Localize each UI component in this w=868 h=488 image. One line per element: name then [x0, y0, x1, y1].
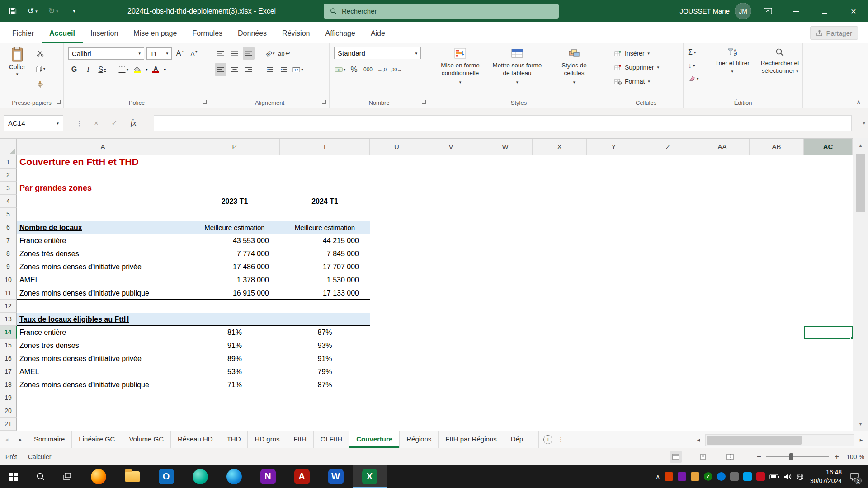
undo-button[interactable]: ↺▾	[24, 0, 42, 22]
ribbon-tab-revision[interactable]: Révision	[274, 23, 317, 43]
section-header-cell[interactable]: Nombre de locaux	[19, 221, 82, 234]
cell-value-2024[interactable]: 93%	[280, 339, 370, 352]
cell-label[interactable]: Zones très denses	[19, 339, 188, 352]
bold-button[interactable]: G	[68, 63, 80, 76]
cell-value-2023[interactable]: 71%	[189, 378, 280, 391]
cut-button[interactable]	[34, 47, 46, 60]
cell-value-2024[interactable]: 7 845 000	[280, 247, 359, 260]
find-select-button[interactable]: Rechercher et sélectionner ▾	[758, 46, 802, 84]
avatar[interactable]: JM	[735, 3, 751, 19]
cell-label[interactable]: Zones moins denses d'initiative publique	[19, 378, 188, 391]
ribbon-tab-aide[interactable]: Aide	[363, 23, 393, 43]
tray-expand-icon[interactable]: ∧	[656, 473, 660, 480]
tray-icon[interactable]	[665, 472, 673, 481]
cell-label[interactable]: Zones très denses	[19, 247, 188, 260]
cell-value-2023[interactable]: 17 486 000	[189, 260, 269, 273]
battery-icon[interactable]	[769, 474, 779, 479]
sheet-tab-reseau-hd[interactable]: Réseau HD	[171, 431, 220, 448]
cell-label[interactable]: Zones moins denses d'initiative privée	[19, 260, 188, 273]
cell-label[interactable]: Zones moins denses d'initiative privée	[19, 352, 188, 365]
cell-value-2024[interactable]: 87%	[280, 326, 370, 339]
enter-formula-button[interactable]: ✓	[107, 115, 122, 131]
ribbon-display-options-button[interactable]	[758, 4, 778, 19]
comma-style-button[interactable]: 000	[362, 63, 374, 76]
search-box[interactable]	[324, 4, 559, 19]
share-button[interactable]: Partager	[810, 26, 858, 40]
ribbon-tab-formules[interactable]: Formules	[184, 23, 230, 43]
wrap-text-button[interactable]: ab↩	[278, 47, 290, 60]
increase-indent-button[interactable]	[278, 63, 290, 76]
tray-icon[interactable]	[756, 472, 765, 481]
autosum-button[interactable]: Σ▾	[688, 46, 707, 58]
borders-button[interactable]: ▾	[118, 63, 129, 76]
new-sheet-button[interactable]: +	[539, 431, 557, 448]
zoom-level[interactable]: 100 %	[839, 448, 864, 465]
start-button[interactable]	[0, 465, 27, 488]
page-break-view-button[interactable]	[724, 451, 736, 463]
cell-label[interactable]: France entière	[19, 326, 188, 339]
format-painter-button[interactable]	[34, 78, 46, 90]
align-right-button[interactable]	[243, 63, 255, 76]
fill-button[interactable]: ↓▾	[688, 59, 707, 71]
sheet-tab-ftth[interactable]: FttH	[287, 431, 314, 448]
scroll-down-button[interactable]: ▾	[853, 417, 868, 431]
number-format-select[interactable]: Standard▾	[334, 47, 421, 59]
action-center-button[interactable]: 3	[846, 465, 863, 488]
chevron-down-icon[interactable]: ▾	[146, 67, 148, 72]
subheader-cell[interactable]: Meilleure estimation	[280, 221, 370, 234]
ribbon-tab-donnees[interactable]: Données	[230, 23, 274, 43]
cell-value-2024[interactable]: 1 530 000	[280, 273, 359, 286]
ribbon-tab-accueil[interactable]: Accueil	[42, 23, 83, 43]
dialog-launcher-icon[interactable]	[57, 100, 61, 104]
sheet-tab-lineaire-gc[interactable]: Linéaire GC	[72, 431, 122, 448]
align-bottom-button[interactable]	[243, 47, 255, 60]
formula-input[interactable]	[154, 115, 852, 131]
increase-font-size-button[interactable]: A▴	[174, 47, 186, 60]
sheet-tab-hd-gros[interactable]: HD gros	[248, 431, 287, 448]
conditional-formatting-button[interactable]: Mise en forme conditionnelle ▾	[432, 43, 489, 92]
volume-icon[interactable]	[784, 474, 792, 480]
sheet-tab-regions[interactable]: Régions	[400, 431, 439, 448]
sheet-title-cell[interactable]: Couverture en FttH et THD	[19, 155, 139, 169]
taskbar-word-button[interactable]: W	[319, 465, 353, 488]
hscroll-left-button[interactable]: ◂	[692, 436, 705, 443]
orientation-button[interactable]: ab▾	[264, 47, 276, 60]
italic-button[interactable]: I	[82, 63, 94, 76]
insert-function-button[interactable]: fx	[126, 115, 141, 131]
sheet-tab-thd[interactable]: THD	[220, 431, 248, 448]
ribbon-tab-affichage[interactable]: Affichage	[317, 23, 363, 43]
cell-value-2023[interactable]: 81%	[189, 326, 280, 339]
cell-label[interactable]: AMEL	[19, 365, 188, 378]
align-left-button[interactable]	[215, 63, 226, 76]
cell-value-2024[interactable]: 17 133 000	[280, 286, 359, 300]
font-color-button[interactable]: A	[150, 63, 162, 76]
save-button[interactable]	[4, 0, 22, 22]
copy-button[interactable]: ▾	[34, 62, 46, 75]
taskbar-acrobat-button[interactable]: A	[285, 465, 319, 488]
align-top-button[interactable]	[215, 47, 226, 60]
fill-color-button[interactable]	[132, 63, 143, 76]
cell-value-2023[interactable]: 16 915 000	[189, 286, 269, 300]
dialog-launcher-icon[interactable]	[322, 100, 326, 104]
align-center-button[interactable]	[229, 63, 241, 76]
page-layout-view-button[interactable]	[697, 451, 709, 463]
align-middle-button[interactable]	[229, 47, 241, 60]
expand-formula-bar-button[interactable]: ▾	[863, 115, 865, 131]
year-header-2023[interactable]: 2023 T1	[189, 195, 280, 208]
sheet-tab-ftth-par-regions[interactable]: FttH par Régions	[439, 431, 504, 448]
cell-value-2024[interactable]: 17 707 000	[280, 260, 359, 273]
paste-button[interactable]: Coller ▾	[5, 47, 30, 93]
dialog-launcher-icon[interactable]	[203, 100, 207, 104]
tray-icon[interactable]	[730, 472, 739, 481]
delete-cells-button[interactable]: Supprimer▾	[609, 61, 683, 73]
sheet-tab-volume-gc[interactable]: Volume GC	[122, 431, 171, 448]
cell-value-2023[interactable]: 89%	[189, 352, 280, 365]
clear-button[interactable]: ▾	[688, 72, 707, 84]
vertical-scrollbar[interactable]: ▴ ▾	[853, 138, 868, 431]
font-size-select[interactable]: 11▾	[146, 47, 172, 60]
cell-label[interactable]: Zones moins denses d'initiative publique	[19, 286, 188, 300]
tray-icon[interactable]	[678, 472, 686, 481]
sheet-tab-dep[interactable]: Dép …	[504, 431, 539, 448]
tray-shield-icon[interactable]: ✓	[704, 472, 712, 481]
decrease-decimal-button[interactable]: ,00→	[390, 63, 402, 76]
